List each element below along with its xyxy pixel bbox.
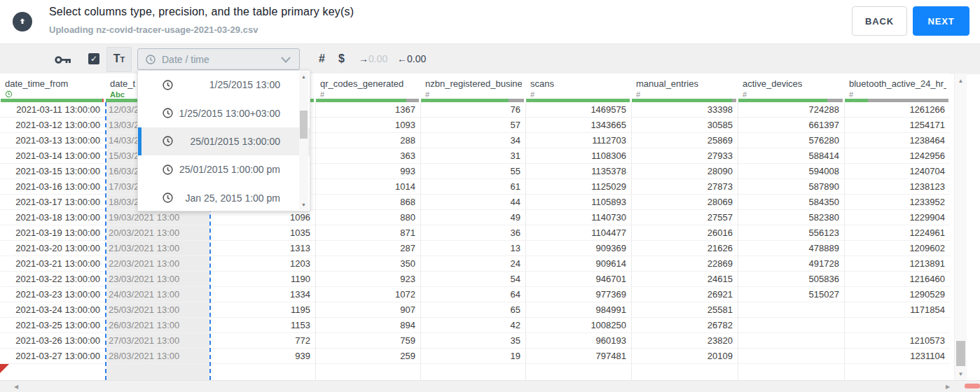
clock-icon [162,107,174,119]
primary-key-icon[interactable] [55,55,71,67]
table-cell: 1343665 [525,118,631,133]
column-header[interactable]: active_devices [743,78,841,89]
table-cell: 2021-03-25 13:00:00 [0,318,105,333]
selected-column-border [105,102,106,380]
table-cell: 584350 [738,195,844,210]
vertical-scrollbar[interactable]: ▲ ▼ [954,74,967,380]
include-column-checkbox[interactable]: ✓ [88,53,99,64]
scroll-down-icon[interactable]: ▼ [299,202,308,207]
table-cell: 909369 [525,241,631,256]
dropdown-scrollbar[interactable]: ▲ ▼ [299,71,308,210]
table-cell: 2021-03-14 13:00:00 [0,148,105,164]
scroll-right-icon[interactable]: ▶ [946,384,950,390]
table-cell: 1203 [210,256,315,272]
table-cell: 31 [420,148,525,164]
date-format-option[interactable]: 25/01/2015 1:00:00 pm [138,155,310,183]
column-header[interactable]: scans [530,78,628,89]
table-row: 2021-03-26 13:00:0027/03/2021 13:0077275… [0,333,950,349]
table-cell: 42 [420,318,525,333]
number-type-indicator: # [320,90,324,99]
horizontal-scrollbar-thumb[interactable] [965,384,980,388]
table-cell: 27/03/2021 13:00 [105,333,210,349]
number-type-indicator: # [425,90,429,99]
currency-type-button[interactable]: $ [338,52,345,65]
date-format-option[interactable]: Jan 25, 2015 1:00 pm [138,184,310,212]
table-cell: 288 [315,133,420,148]
scroll-up-icon[interactable]: ▲ [299,74,308,79]
chevron-down-icon [281,53,291,66]
table-cell: 505836 [738,272,844,287]
date-format-option[interactable]: 25/01/2015 13:00:00 [138,127,310,155]
table-cell: 1072 [315,287,420,302]
table-cell: 30585 [631,118,738,133]
scroll-up-icon[interactable]: ▲ [955,78,967,84]
table-cell: 871 [315,225,420,241]
date-format-option[interactable]: 1/25/2015 13:00+03:00 [138,99,310,127]
table-cell: 34 [420,133,525,148]
table-row: 2021-03-23 13:00:0024/03/2021 13:0013341… [0,287,950,302]
table-cell: 2021-03-16 13:00:00 [0,179,105,195]
table-cell: 1104477 [525,225,631,241]
table-cell: 1224961 [844,225,950,241]
table-cell: 24/03/2021 13:00 [105,287,210,302]
back-button[interactable]: BACK [852,6,907,36]
table-cell: 1209602 [844,241,950,256]
decrease-decimal-button[interactable]: ←0.00 [397,53,426,64]
column-header[interactable]: manual_entries [636,78,734,89]
table-cell: 49 [420,210,525,225]
table-cell: 2021-03-27 13:00:00 [0,349,105,364]
date-format-option[interactable]: 1/25/2015 13:00 [138,71,310,99]
increase-decimal-button[interactable]: →0.00 [359,53,387,64]
table-row: 2021-03-19 13:00:0020/03/2021 13:0010358… [0,225,950,241]
table-cell: 61 [420,179,525,195]
table-cell: 1469575 [525,102,631,118]
table-cell: 1195 [210,302,315,318]
table-cell: 2021-03-18 13:00:00 [0,210,105,225]
date-format-option-label: Jan 25, 2015 1:00 pm [174,192,310,204]
integer-type-button[interactable]: # [319,52,325,65]
table-cell: 1093 [315,118,420,133]
table-cell: 350 [315,256,420,272]
table-cell: 724288 [738,102,844,118]
table-cell: 894 [315,318,420,333]
vertical-scrollbar-thumb[interactable] [956,341,965,366]
table-cell: 287 [315,241,420,256]
table-cell: 907 [315,302,420,318]
column-header[interactable]: bluetooth_active_24_hr_ [849,78,946,89]
table-row: 2021-03-22 13:00:0023/03/2021 13:0011909… [0,272,950,287]
overflow-flag-icon [0,364,9,373]
next-button[interactable]: NEXT [913,6,969,36]
horizontal-scrollbar[interactable]: ◀ ▶ [0,380,980,392]
table-cell: 2021-03-26 13:00:00 [0,333,105,349]
column-header[interactable]: qr_codes_generated [320,78,417,89]
table-cell: 65 [420,302,525,318]
scroll-down-icon[interactable]: ▼ [955,371,967,377]
table-cell: 1254171 [844,118,950,133]
date-format-option-label: 1/25/2015 13:00+03:00 [174,108,310,119]
table-cell: 993 [315,164,420,179]
number-type-indicator: # [849,90,853,99]
table-cell: 19/03/2021 13:00 [105,210,210,225]
column-type-select[interactable]: Date / time [137,48,300,70]
date-format-dropdown: 1/25/2015 13:001/25/2015 13:00+03:0025/0… [137,70,310,211]
arrow-right-icon: → [359,53,368,64]
table-cell: 1233952 [844,195,950,210]
column-header[interactable]: nzbn_registered_busine [425,78,522,89]
table-cell: 1105893 [525,195,631,210]
table-cell: 923 [315,272,420,287]
table-cell: 1108306 [525,148,631,164]
table-cell: 2021-03-17 13:00:00 [0,195,105,210]
table-cell: 25581 [631,302,738,318]
table-cell: 19 [420,349,525,364]
table-row: 2021-03-24 13:00:0025/03/2021 13:0011959… [0,302,950,318]
table-cell: 27873 [631,179,738,195]
table-row: 2021-03-25 13:00:0026/03/2021 13:0011538… [0,318,950,333]
column-header[interactable]: date_time_from [5,78,102,89]
arrow-left-icon: ← [397,53,407,64]
table-row: 2021-03-18 13:00:0019/03/2021 13:0010968… [0,210,950,225]
text-type-button[interactable]: TT [106,47,132,72]
scroll-left-icon[interactable]: ◀ [14,384,18,390]
table-cell: 939 [210,349,315,364]
dropdown-scrollbar-thumb[interactable] [300,111,308,139]
table-cell: 588414 [738,148,844,164]
